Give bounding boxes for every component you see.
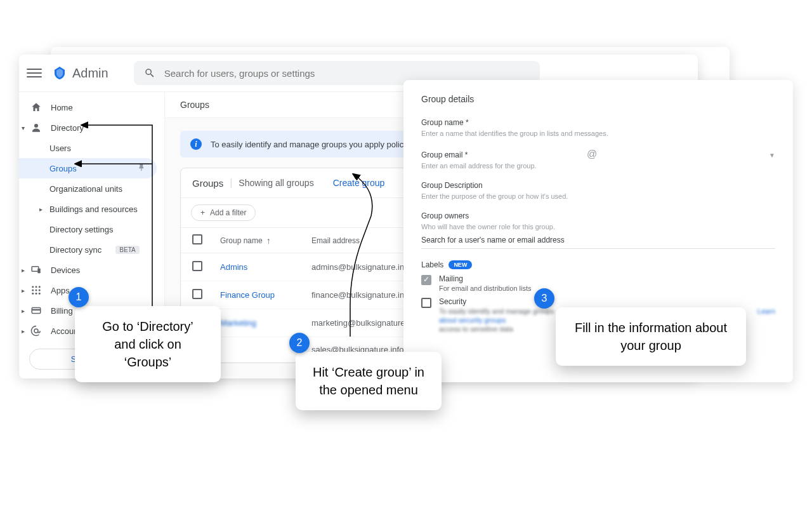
group-email: finance@bulksignature.info [311,290,411,300]
row-checkbox[interactable] [192,261,202,271]
group-name-link[interactable]: Admins [220,262,296,272]
new-badge: NEW [449,260,472,269]
step-badge-3: 3 [534,288,554,309]
sidebar-item-devices[interactable]: ▸ Devices [19,260,164,280]
sidebar-item-org-units[interactable]: Organizational units [19,178,164,199]
svg-rect-2 [37,269,41,274]
svg-rect-13 [32,309,41,311]
group-name-hint: Enter a name that identifies the group i… [421,130,775,137]
group-email: admins@bulksignature.info [311,262,411,272]
chevron-down-icon[interactable]: ▼ [769,152,775,159]
svg-point-8 [39,290,41,291]
select-all-checkbox[interactable] [192,234,202,244]
group-name-link[interactable]: Marketing [220,318,296,328]
person-icon [30,122,42,133]
svg-point-6 [32,290,34,291]
sidebar-item-apps[interactable]: ▸ Apps [19,280,164,300]
billing-icon [30,305,42,316]
svg-point-4 [36,286,37,288]
sidebar-item-dir-settings[interactable]: Directory settings [19,219,164,239]
group-desc-hint: Enter the purpose of the group or how it… [421,192,775,200]
chevron-right-icon: ▸ [22,328,28,335]
search-input[interactable] [164,68,530,79]
at-symbol: @ [587,149,597,160]
callout-1: Go to ‘Directory’ and click on ‘Groups’ [75,306,221,382]
security-checkbox[interactable] [421,298,431,308]
group-desc-label: Group Description [421,181,775,190]
mailing-checkbox[interactable] [421,275,431,285]
info-icon: i [190,138,202,150]
sidebar-item-home[interactable]: Home [19,97,164,117]
add-filter-chip[interactable]: + Add a filter [191,204,256,221]
callout-3: Fill in the information about your group [556,307,746,366]
learn-link[interactable]: Learn [757,307,775,315]
logo: Admin [52,65,108,81]
sort-asc-icon: ↑ [266,236,271,246]
owners-search-input[interactable]: Search for a user's name or email addres… [421,236,775,249]
admin-logo-icon [52,65,67,81]
chevron-right-icon: ▸ [39,206,46,213]
group-owners-hint: Who will have the owner role for this gr… [421,223,775,231]
svg-point-0 [34,124,38,128]
apps-icon [30,284,42,296]
chevron-right-icon: ▸ [22,307,28,314]
step-badge-1: 1 [69,287,89,307]
svg-rect-1 [32,267,39,272]
column-group-name[interactable]: Group name↑ [220,236,296,246]
group-name-label: Group name * [421,118,775,127]
beta-badge: BETA [115,246,139,254]
sidebar-item-dir-sync[interactable]: Directory syncBETA [19,239,164,260]
labels-label: Labels [421,260,443,269]
card-title: Groups [192,178,223,189]
hamburger-menu-icon[interactable] [27,65,42,81]
chevron-right-icon: ▸ [22,287,28,294]
sidebar-item-buildings[interactable]: ▸Buildings and resources [19,199,164,219]
label-option-mailing[interactable]: Mailing For email and distribution lists [421,274,775,292]
app-name: Admin [72,66,108,81]
devices-icon [30,264,42,276]
svg-point-3 [32,286,34,288]
group-name-link[interactable]: Finance Group [220,290,296,300]
details-title: Group details [421,94,775,104]
svg-point-11 [39,293,41,295]
create-group-link[interactable]: Create group [333,178,385,188]
card-subtitle: Showing all groups [239,178,313,188]
chevron-down-icon: ▾ [22,124,28,131]
step-badge-2: 2 [289,333,310,353]
group-email-label: Group email * [421,150,578,159]
chevron-right-icon: ▸ [22,267,28,274]
svg-point-9 [32,293,34,295]
callout-2: Hit ‘Create group’ in the opened menu [296,352,442,410]
search-icon [144,67,155,79]
sidebar-item-users[interactable]: Users [19,138,164,158]
svg-point-7 [36,290,37,291]
sidebar-item-groups[interactable]: Groups [19,158,157,178]
at-icon [30,325,42,337]
row-checkbox[interactable] [192,289,202,299]
home-icon [30,102,42,113]
pin-icon[interactable] [138,163,147,174]
group-owners-label: Group owners [421,211,775,220]
group-email-hint: Enter an email address for the group. [421,162,775,170]
svg-point-5 [39,286,41,288]
plus-icon: + [200,208,205,217]
svg-point-10 [36,293,37,295]
sidebar-item-directory[interactable]: ▾ Directory [19,117,164,138]
